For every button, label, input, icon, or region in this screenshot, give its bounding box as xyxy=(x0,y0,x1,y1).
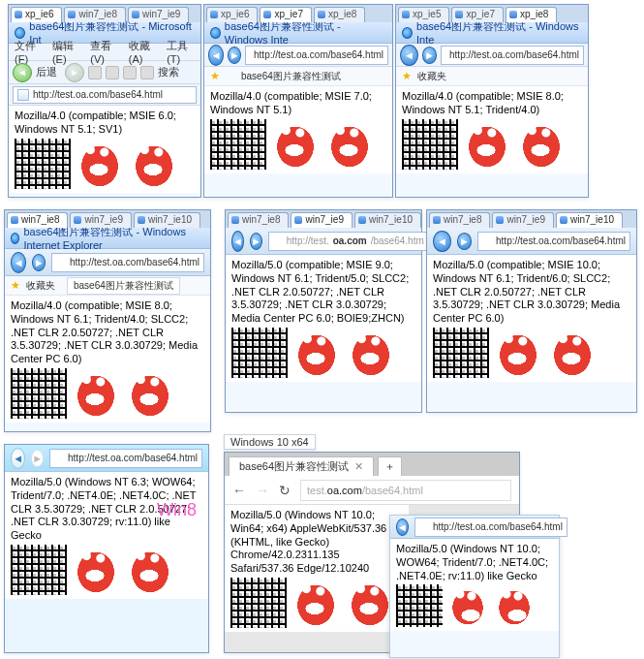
host-tab[interactable]: win7_ie8 xyxy=(64,7,125,22)
url-text: http://test.oa.com/base64.html xyxy=(33,89,163,100)
host-tab[interactable]: xp_ie8 xyxy=(506,7,557,22)
back-button[interactable]: ◄ xyxy=(11,448,25,469)
fox-image xyxy=(125,368,175,419)
page-body: Mozilla/4.0 (compatible; MSIE 6.0; Windo… xyxy=(9,106,200,193)
menu-view[interactable]: 查看(V) xyxy=(90,39,118,65)
menu-file[interactable]: 文件(F) xyxy=(15,39,43,65)
browser-tab[interactable]: base64图片兼容性测试 xyxy=(67,277,180,295)
url-input[interactable]: http://test.oa.com/base64.html xyxy=(51,253,204,272)
fox-image xyxy=(71,368,121,419)
host-tab[interactable]: win7_ie10 xyxy=(134,212,200,228)
back-button[interactable]: ◄ xyxy=(396,518,409,536)
forward-button[interactable]: ► xyxy=(457,233,472,250)
fox-image xyxy=(129,139,179,189)
url-host: oa.com xyxy=(327,485,362,496)
close-icon[interactable]: ✕ xyxy=(354,460,363,473)
host-tabstrip: xp_ie6 win7_ie8 win7_ie9 xyxy=(9,5,200,22)
host-tab[interactable]: win7_ie8 xyxy=(228,212,289,228)
browser-tab[interactable]: base64图片兼容性测试 xyxy=(241,70,341,83)
host-tab[interactable]: xp_ie7 xyxy=(260,7,311,22)
menu-tools[interactable]: 工具(T) xyxy=(167,39,195,65)
back-button[interactable]: ◄ xyxy=(433,231,451,252)
favorites-bar: ★ 收藏夹 base64图片兼容性测试 xyxy=(5,276,210,296)
menu-edit[interactable]: 编辑(E) xyxy=(52,39,80,65)
titlebar: base64图片兼容性测试 - Windows Inte xyxy=(204,22,392,44)
back-button[interactable]: ◄ xyxy=(208,45,224,66)
favorites-icon[interactable]: ★ xyxy=(402,70,412,82)
favorites-icon[interactable]: ★ xyxy=(210,70,220,82)
window-ie10-win7: win7_ie8 win7_ie9 win7_ie10 ◄ ► http://t… xyxy=(426,209,637,413)
host-tab[interactable]: win7_ie10 xyxy=(556,212,623,228)
forward-button[interactable]: ► xyxy=(31,450,44,467)
host-tab[interactable]: win7_ie8 xyxy=(7,212,68,228)
host-tab[interactable]: win7_ie8 xyxy=(429,212,490,228)
forward-button[interactable]: ► xyxy=(32,254,46,271)
page-body: Mozilla/4.0 (compatible; MSIE 8.0; Windo… xyxy=(5,296,210,423)
search-icon[interactable] xyxy=(140,66,154,79)
page-body: Mozilla/5.0 (compatible; MSIE 10.0; Wind… xyxy=(427,255,636,382)
url-text: http://test.oa.com/base64.html xyxy=(449,49,579,60)
host-tab[interactable]: win7_ie9 xyxy=(492,212,553,228)
new-tab-button[interactable]: ＋ xyxy=(378,456,402,476)
url-input[interactable]: http://test.oa.com/base64.html xyxy=(49,449,202,468)
url-input[interactable]: http://test.oa.com/base64.html xyxy=(13,86,197,104)
favorites-bar: ★ 收藏夹 xyxy=(396,67,588,86)
forward-button[interactable]: ► xyxy=(250,233,262,250)
favorites-label[interactable]: 收藏夹 xyxy=(417,70,446,83)
home-icon[interactable] xyxy=(123,66,137,79)
window-ie8-win7: win7_ie8 win7_ie9 win7_ie10 base64图片兼容性测… xyxy=(4,209,211,432)
url-post: /base64.htm xyxy=(371,235,424,246)
url-input[interactable]: http://test.oa.com/base64.html xyxy=(441,46,584,65)
favorites-label[interactable]: 收藏夹 xyxy=(26,279,55,293)
fox-image xyxy=(270,119,321,170)
titlebar: base64图片兼容性测试 - Windows Inte xyxy=(396,22,588,44)
back-button[interactable]: ◄ xyxy=(13,63,32,82)
host-tab[interactable]: win7_ie9 xyxy=(291,212,352,228)
host-tab[interactable]: win7_ie9 xyxy=(128,7,189,22)
fox-image xyxy=(345,578,395,628)
refresh-icon[interactable]: ↻ xyxy=(279,483,291,498)
user-agent-text: Mozilla/4.0 (compatible; MSIE 8.0; Windo… xyxy=(402,90,582,117)
nav-toolbar: ← → ↻ test.oa.com/base64.html xyxy=(225,476,519,505)
url-text: http://test.oa.com/base64.html xyxy=(68,453,198,463)
window-title: base64图片兼容性测试 - Windows Inte xyxy=(225,19,386,46)
broken-image-icon xyxy=(230,578,287,628)
host-tab[interactable]: xp_ie6 xyxy=(206,7,258,22)
url-input[interactable]: test.oa.com/base64.html xyxy=(300,480,511,501)
fox-image xyxy=(446,584,489,627)
titlebar: base64图片兼容性测试 - Windows Internet Explore… xyxy=(5,228,210,249)
window-title: base64图片兼容性测试 - Windows Inte xyxy=(416,19,582,46)
back-button[interactable]: ◄ xyxy=(231,231,244,252)
host-tab[interactable]: win7_ie10 xyxy=(354,212,421,228)
forward-button[interactable]: ► xyxy=(65,63,84,82)
back-button[interactable]: ◄ xyxy=(11,252,26,273)
back-button[interactable]: ◄ xyxy=(400,45,418,66)
page-body: Mozilla/4.0 (compatible; MSIE 7.0; Windo… xyxy=(204,86,392,173)
host-tab[interactable]: xp_ie6 xyxy=(11,7,62,22)
menu-fav[interactable]: 收藏(A) xyxy=(129,39,157,65)
url-input[interactable]: http://test.oa.com/base64.htm xyxy=(268,232,429,251)
user-agent-text: Mozilla/5.0 (compatible; MSIE 9.0; Windo… xyxy=(231,259,415,326)
favorites-icon[interactable]: ★ xyxy=(11,279,20,292)
url-input[interactable]: http://test.oa.com/base64.html xyxy=(477,232,630,251)
forward-button[interactable]: ► xyxy=(228,47,241,64)
broken-image-icon xyxy=(433,328,489,378)
url-input[interactable]: http://test.oa.com/base64.html xyxy=(414,518,567,537)
host-tab[interactable]: xp_ie8 xyxy=(314,7,365,22)
host-tabstrip: win7_ie8 win7_ie9 win7_ie10 xyxy=(226,210,421,228)
browser-tab[interactable]: base64图片兼容性测试 ✕ xyxy=(229,456,374,476)
back-button[interactable]: ← xyxy=(232,483,246,498)
forward-button[interactable]: → xyxy=(256,483,269,498)
ie-icon xyxy=(402,27,413,39)
url-input[interactable]: http://test.oa.com/base64.html xyxy=(245,46,388,65)
stop-icon[interactable] xyxy=(88,66,102,79)
host-tab[interactable]: xp_ie7 xyxy=(451,7,503,22)
host-tab[interactable]: xp_ie5 xyxy=(398,7,449,22)
refresh-icon[interactable] xyxy=(106,66,119,79)
broken-image-icon xyxy=(15,139,71,189)
host-tab[interactable]: win7_ie9 xyxy=(70,212,131,228)
search-label: 搜索 xyxy=(158,65,179,79)
os-badge-win10: Windows 10 x64 xyxy=(224,434,316,450)
fox-image xyxy=(71,545,121,595)
forward-button[interactable]: ► xyxy=(422,47,437,64)
